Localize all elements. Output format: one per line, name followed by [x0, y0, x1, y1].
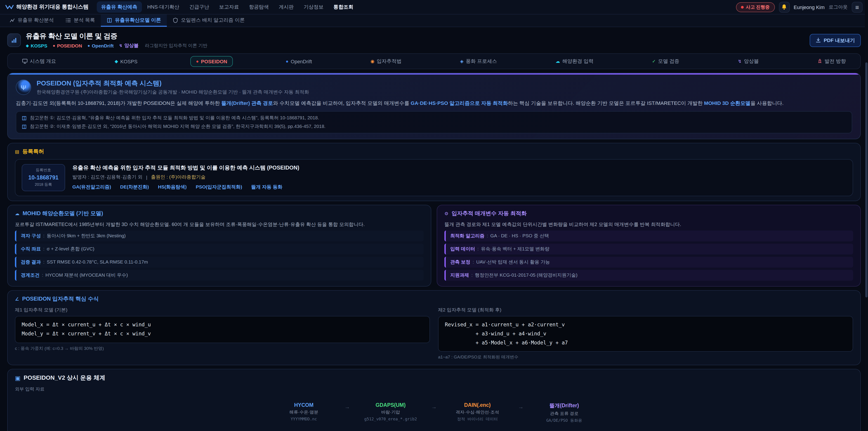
ops-pipeline-section: ▣ POSEIDON_V2 상시 운용 체계 외부 입력 자료 HYCOM 해류… [7, 369, 861, 431]
clipboard-icon: ▤ [15, 149, 19, 154]
source-name: GDAPS(UM) [354, 402, 427, 408]
hamburger-icon: ≡ [855, 4, 859, 10]
formula-model1: 제1 입자추적 모델 (기본) Model_x = Δt × current_u… [15, 307, 430, 361]
logout-button[interactable]: 로그아웃 [829, 4, 848, 10]
menu-item-aerial-search[interactable]: 항공탐색 [244, 1, 273, 13]
badge-opendrift: ● OpenDrift [88, 43, 114, 49]
main-menu: 유출유 확산예측 HNS·대기확산 긴급구난 보고자료 항공탐색 게시판 기상정… [96, 1, 358, 13]
menu-item-weather-info[interactable]: 기상정보 [299, 1, 328, 13]
download-icon [815, 37, 821, 43]
formula-note: c : 풍속 가중치 (예: c=0.3 → 바람의 30% 반영) [15, 345, 430, 351]
model-detail-columns: ☁ MOHID 해양순환모델 (기반 모델) 포르투갈 IST/MARETEC에… [7, 205, 861, 286]
tab-poseidon[interactable]: ● POSEIDON [191, 56, 232, 67]
ops-title: POSEIDON_V2 상시 운용 체계 [24, 374, 105, 382]
text-segment: 와 수치모델 예측값을 비교하여, 입자추적 모델의 매개변수를 [273, 100, 411, 106]
tag-de[interactable]: DE(차분진화) [120, 184, 149, 190]
tab-model-validation[interactable]: ✓ 모델 검증 [647, 55, 685, 67]
reference-item: 참고문헌 ①: 김도연·김용혁, “유출유 확산 예측을 위한 입자 추적 모듈… [22, 115, 846, 121]
subtab-label: 유출유 확산분석 [18, 17, 54, 24]
source-name: 뜰개(Drifter) [528, 402, 600, 409]
flow-arrow-icon: → [344, 404, 350, 410]
spec-label: 검증 결과 [21, 259, 41, 265]
formula-label: 제2 입자추적 모델 (최적화 후) [438, 307, 853, 313]
external-input-label: 외부 입력 자료 [15, 386, 853, 393]
topbar-right-cluster: 사고 진행중 Eunjeong Kim 로그아웃 ≡ [736, 2, 863, 12]
menu-toggle-button[interactable]: ≡ [852, 2, 863, 12]
spec-row: 입력 데이터:유속·풍속 벡터 + 제1모델 변화량 [444, 244, 853, 254]
spec-label: 경계조건 [21, 272, 39, 278]
tag-drifter-assim[interactable]: 뜰개 자동 동화 [251, 184, 282, 190]
poseidon-overview-card: Ψ POSEIDON (입자추적 최적화 예측 시스템) 한국해양환경연구원·(… [7, 73, 861, 139]
formulas-title: POSEIDON 입자추적 핵심 수식 [22, 295, 99, 303]
incident-status-badge[interactable]: 사고 진행중 [736, 2, 775, 12]
highlight-segment: GA·DE·HS·PSO 알고리즘으로 자동 최적화 [411, 100, 508, 106]
rocket-icon [817, 59, 822, 64]
highlight-segment: 뜰개(Drifter) 관측 경로 [221, 100, 273, 106]
menu-item-board[interactable]: 게시판 [274, 1, 298, 13]
tab-kosps[interactable]: ◆ KOSPS [109, 56, 143, 67]
menu-item-integrated-search[interactable]: 통합조회 [329, 1, 358, 13]
subtab-oil-boom-algorithm-theory[interactable]: 오일펜스 배치 알고리즘 이론 [167, 14, 250, 27]
source-dain: DAIN(.enc) 격자·수심·해안선·조석 정적 바이너리 데이터 [441, 402, 514, 423]
spec-row: 최적화 알고리즘:GA · DE · HS · PSO 중 선택 [444, 230, 853, 241]
subtab-label: 오일펜스 배치 알고리즘 이론 [181, 17, 245, 24]
data-sources-row: HYCOM 해류·수온·염분 YYYYMMDD.nc → GDAPS(UM) 바… [15, 402, 853, 424]
optimizer-description: 뜰개 관측 경로와 제1 모델 예측값의 단위시간별 변화량을 비교하여 제2 … [444, 221, 853, 228]
formula-grid: 제1 입자추적 모델 (기본) Model_x = Δt × current_u… [15, 307, 853, 361]
source-file: 정적 바이너리 데이터 [441, 417, 514, 423]
spec-row: 지원과제:행정안전부 KCG-01-2017-05 (해양경비지원기술) [444, 270, 853, 281]
list-icon [66, 18, 71, 23]
formula-model2: 제2 입자추적 모델 (최적화 후) Revised_x = a1·curren… [438, 307, 853, 361]
patent-number: 10-1868791 [27, 175, 60, 181]
menu-item-emergency-rescue[interactable]: 긴급구난 [185, 1, 214, 13]
highlight-segment: MOHID 3D 순환모델 [704, 100, 750, 106]
tab-ensemble[interactable]: ↯ 앙상블 [733, 55, 764, 67]
badge-ensemble: ↯ 앙상블 [119, 42, 138, 49]
subtab-analysis-list[interactable]: 분석 목록 [60, 14, 101, 27]
spec-value: HYCOM 재분석 (MYOCEAN 대비 우수) [45, 272, 128, 278]
source-file: GA/DE/PSO 동화용 [528, 418, 600, 424]
menu-item-hns-air-diffusion[interactable]: HNS·대기확산 [143, 1, 184, 13]
particle-icon: ◉ [370, 59, 374, 63]
tab-roadmap[interactable]: 발전 방향 [812, 55, 851, 67]
menu-item-reports[interactable]: 보고자료 [215, 1, 243, 13]
notifications-button[interactable] [779, 2, 789, 12]
spec-value: 유속·풍속 벡터 + 제1모델 변화량 [481, 246, 549, 252]
tag-ga[interactable]: GA(유전알고리즘) [72, 184, 111, 190]
app-logo[interactable]: 해양환경 위기대응 통합시스템 [5, 3, 88, 11]
source-desc: 바람·기압 [354, 410, 427, 415]
patent-number-label: 등록번호 [27, 168, 60, 173]
tab-particle-tracking[interactable]: ◉ 입자추적법 [365, 55, 407, 67]
tab-system-overview[interactable]: 시스템 개요 [17, 55, 61, 67]
subtab-diffusion-model-theory[interactable]: 유출유확산모델 이론 [101, 14, 167, 27]
reference-text: 참고문헌 ①: 김도연·김용혁, “유출유 확산 예측을 위한 입자 추적 모듈… [30, 115, 319, 121]
separator: : [43, 233, 44, 238]
menu-item-oil-diffusion-prediction[interactable]: 유출유 확산예측 [96, 1, 142, 13]
formula-line: + a3·wind_u + a4·wind_v [445, 330, 846, 339]
patent-assignee: 출원인 : (주)아라종합기술 [151, 174, 206, 180]
flow-arrow-icon: → [518, 404, 524, 410]
tab-weathering-process[interactable]: ◈ 풍화 프로세스 [455, 55, 502, 67]
reference-item: 참고문헌 ②: 이재호·임병준·김도연 외, “2016년 동아시아 해역의 M… [22, 123, 846, 130]
pdf-export-button[interactable]: PDF 내보내기 [810, 34, 861, 47]
tab-ocean-env-input[interactable]: ☁ 해양환경 입력 [550, 55, 599, 67]
tab-opendrift[interactable]: ● OpenDrift [280, 56, 317, 67]
ruler-icon: ∠ [15, 297, 19, 301]
incident-label: 사고 진행중 [746, 4, 770, 10]
spec-value: 행정안전부 KCG-01-2017-05 (해양경비지원기술) [475, 272, 578, 278]
formula-line: Model_x = Δt × current_u + Δt × c × wind… [22, 320, 423, 330]
spec-value: GA · DE · HS · PSO 중 선택 [490, 233, 549, 239]
subtab-oil-diffusion-analysis[interactable]: 유출유 확산분석 [4, 14, 60, 27]
reference-text: 참고문헌 ②: 이재호·임병준·김도연 외, “2016년 동아시아 해역의 M… [30, 123, 326, 130]
text-segment: 김충기·김도연 외(등록특허 10-1868791, 2018)가 개발한 PO… [16, 100, 221, 106]
poseidon-subtitle: 한국해양환경연구원·(주)아라종합기술·한국해양기상기술 공동개발 · MOHI… [37, 89, 309, 95]
spec-label: 최적화 알고리즘 [450, 233, 485, 239]
tag-pso[interactable]: PSO(입자군집최적화) [196, 184, 242, 190]
references-box: 참고문헌 ①: 김도연·김용혁, “유출유 확산 예측을 위한 입자 추적 모듈… [16, 111, 852, 133]
page-subtitle-note: 라그랑지안 입자추적 이론 기반 [145, 42, 208, 49]
badge-poseidon: ● POSEIDON [53, 43, 82, 49]
spec-row: 검증 결과:SST RMSE 0.42-0.78°C, SLA RMSE 0.1… [15, 257, 424, 268]
tag-hs[interactable]: HS(화음탐색) [158, 184, 187, 190]
scrollbar-thumb[interactable] [865, 62, 868, 298]
user-name: Eunjeong Kim [794, 4, 825, 10]
